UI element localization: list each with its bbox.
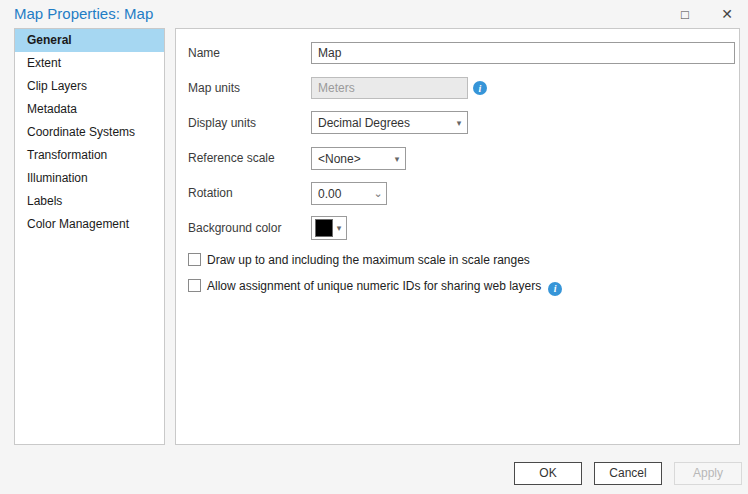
map-units-info-icon[interactable]: i (473, 81, 487, 95)
maximize-icon[interactable]: □ (670, 4, 700, 24)
display-units-label: Display units (188, 116, 256, 130)
rotation-value: 0.00 (312, 187, 370, 201)
numeric-ids-checkbox-text: Allow assignment of unique numeric IDs f… (207, 279, 541, 293)
numeric-ids-checkbox-label: Allow assignment of unique numeric IDs f… (207, 279, 562, 296)
map-units-input: Meters (311, 77, 468, 99)
apply-button: Apply (674, 462, 742, 485)
max-scale-checkbox[interactable] (188, 253, 201, 266)
sidebar: General Extent Clip Layers Metadata Coor… (14, 28, 165, 445)
sidebar-item-metadata[interactable]: Metadata (15, 98, 164, 121)
display-units-value: Decimal Degrees (312, 116, 451, 130)
sidebar-item-coordinate-systems[interactable]: Coordinate Systems (15, 121, 164, 144)
dialog-title: Map Properties: Map (14, 5, 153, 22)
background-color-picker[interactable]: ▾ (311, 216, 347, 240)
background-color-swatch (315, 219, 333, 237)
numeric-ids-info-icon[interactable]: i (548, 282, 562, 296)
sidebar-item-illumination[interactable]: Illumination (15, 167, 164, 190)
reference-scale-value: <None> (312, 152, 389, 166)
dropdown-arrow-icon: ▾ (333, 223, 345, 233)
rotation-label: Rotation (188, 186, 233, 200)
dropdown-arrow-icon: ▾ (451, 118, 467, 128)
reference-scale-dropdown[interactable]: <None> ▾ (311, 147, 406, 170)
sidebar-item-transformation[interactable]: Transformation (15, 144, 164, 167)
display-units-dropdown[interactable]: Decimal Degrees ▾ (311, 111, 468, 134)
sidebar-item-labels[interactable]: Labels (15, 190, 164, 213)
dropdown-arrow-icon: ▾ (389, 154, 405, 164)
cancel-button[interactable]: Cancel (594, 462, 662, 485)
background-color-label: Background color (188, 221, 281, 235)
sidebar-item-extent[interactable]: Extent (15, 52, 164, 75)
numeric-ids-checkbox[interactable] (188, 279, 201, 292)
map-properties-dialog: Map Properties: Map □ ✕ General Extent C… (0, 0, 748, 494)
close-icon[interactable]: ✕ (712, 4, 742, 24)
name-label: Name (188, 46, 220, 60)
map-units-value: Meters (312, 81, 467, 95)
name-value: Map (312, 46, 734, 60)
sidebar-item-general[interactable]: General (15, 29, 164, 52)
reference-scale-label: Reference scale (188, 151, 275, 165)
general-settings-panel: Name Map Map units Meters i Display unit… (175, 28, 740, 445)
sidebar-item-clip-layers[interactable]: Clip Layers (15, 75, 164, 98)
map-units-label: Map units (188, 81, 240, 95)
name-input[interactable]: Map (311, 42, 735, 64)
rotation-combobox[interactable]: 0.00 ⌄ (311, 182, 387, 205)
ok-button[interactable]: OK (514, 462, 582, 485)
chevron-down-icon: ⌄ (370, 187, 386, 200)
max-scale-checkbox-label: Draw up to and including the maximum sca… (207, 253, 530, 267)
sidebar-item-color-management[interactable]: Color Management (15, 213, 164, 236)
